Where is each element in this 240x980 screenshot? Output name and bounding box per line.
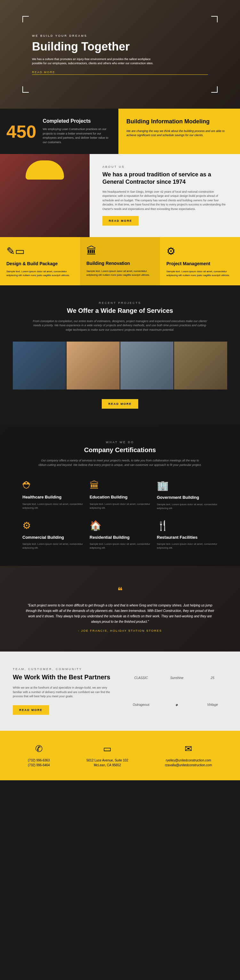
gallery-image[interactable] bbox=[67, 342, 120, 390]
cert-title: Education Building bbox=[90, 495, 150, 500]
gallery-image[interactable] bbox=[120, 342, 173, 390]
cert-item: 🏢Government BuildingSample text. Lorem i… bbox=[157, 480, 218, 510]
stats-section: 450 Completed Projects We employing Lean… bbox=[0, 109, 240, 154]
projects-title: We Offer a Wide Range of Services bbox=[13, 307, 227, 314]
cert-title: Residential Building bbox=[90, 535, 150, 540]
partners-title: We Work With the Best Partners bbox=[13, 673, 114, 681]
hero-read-more-button[interactable]: READ MORE bbox=[32, 71, 208, 75]
contact-email: ✉ ryelley@unitedconstruction.com rzavall… bbox=[165, 743, 212, 767]
partners-description: While we are at the forefront of and spe… bbox=[13, 686, 114, 699]
stats-title: Completed Projects bbox=[43, 118, 112, 124]
address-line: McLean, CA 95652 bbox=[86, 763, 128, 767]
projects-description: From conception to completion, our entir… bbox=[32, 319, 208, 332]
email-address: rzavalla@unitedconstruction.com bbox=[165, 763, 212, 767]
about-eyebrow: ABOUT US bbox=[102, 165, 227, 169]
cert-desc: Sample text. Lorem ipsum dolor sit amet,… bbox=[90, 502, 150, 510]
certs-description: Our company offers a variety of services… bbox=[37, 458, 203, 467]
cert-desc: Sample text. Lorem ipsum dolor sit amet,… bbox=[22, 502, 83, 510]
cert-title: Commercial Building bbox=[22, 535, 83, 540]
partners-eyebrow: TEAM, CUSTOMER, COMMUNITY bbox=[13, 668, 114, 671]
projects-read-more-button[interactable]: READ MORE bbox=[102, 399, 138, 409]
about-section: ABOUT US We has a proud tradition of ser… bbox=[0, 154, 240, 237]
projects-eyebrow: RECENT PROJECTS bbox=[13, 301, 227, 304]
cert-desc: Sample text. Lorem ipsum dolor sit amet,… bbox=[157, 542, 218, 550]
about-title: We has a proud tradition of service as a… bbox=[102, 171, 227, 186]
stats-box: 450 Completed Projects We employing Lean… bbox=[0, 109, 118, 154]
certs-eyebrow: WHAT WE DO bbox=[13, 441, 227, 444]
partner-logo: ◆ bbox=[162, 703, 192, 706]
corner-decoration bbox=[211, 86, 218, 93]
partner-logo: CLASSIC bbox=[126, 676, 156, 679]
about-image bbox=[0, 154, 90, 237]
building-icon: 🏛 bbox=[86, 245, 154, 257]
gallery-image[interactable] bbox=[13, 342, 66, 390]
hero-eyebrow: WE BUILD YOUR DREAMS bbox=[32, 34, 208, 37]
service-card: 🏛 Building Renovation Sample text. Lorem… bbox=[80, 237, 160, 285]
about-description: We headquartered in San Diego, brings ov… bbox=[102, 190, 227, 212]
partner-logo: Sunshine bbox=[162, 676, 192, 679]
partners-read-more-button[interactable]: READ MORE bbox=[13, 705, 49, 715]
gallery-image[interactable] bbox=[174, 342, 227, 390]
testimonial-quote: "Each project seems to be more difficult… bbox=[26, 603, 214, 624]
location-icon: ▭ bbox=[86, 743, 128, 754]
info-description: We are changing the way we think about t… bbox=[126, 129, 232, 138]
cert-item: ⛑Healthcare BuildingSample text. Lorem i… bbox=[22, 480, 83, 510]
government-icon: 🏢 bbox=[157, 480, 218, 491]
phone-number: (732) 996-6363 bbox=[28, 758, 50, 763]
phone-icon: ✆ bbox=[28, 743, 50, 754]
crane-icon: ⚙ bbox=[166, 245, 234, 257]
cert-title: Healthcare Building bbox=[22, 495, 83, 500]
education-icon: 🏛 bbox=[90, 480, 150, 491]
quote-icon: ❝ bbox=[26, 585, 214, 596]
testimonial-section: ❝ "Each project seems to be more difficu… bbox=[0, 566, 240, 652]
address-line: 5012 Luce Avenue, Suite 102 bbox=[86, 758, 128, 763]
hero-description: We has a culture that promotes an injury… bbox=[32, 57, 154, 66]
service-desc: Sample text. Lorem ipsum dolor sit amet,… bbox=[166, 270, 234, 277]
partners-section: TEAM, CUSTOMER, COMMUNITY We Work With t… bbox=[0, 652, 240, 731]
service-title: Design & Build Package bbox=[6, 261, 74, 266]
service-desc: Sample text. Lorem ipsum dolor sit amet,… bbox=[86, 269, 154, 277]
cert-title: Restaurant Facilities bbox=[157, 535, 218, 540]
partner-logo: 25 bbox=[198, 676, 227, 679]
services-section: ✎▭ Design & Build Package Sample text. L… bbox=[0, 237, 240, 285]
service-title: Project Management bbox=[166, 261, 234, 266]
commercial-icon: ⚙ bbox=[22, 520, 83, 531]
cert-desc: Sample text. Lorem ipsum dolor sit amet,… bbox=[22, 542, 83, 550]
info-title: Building Information Modeling bbox=[126, 118, 232, 125]
stats-number: 450 bbox=[6, 121, 36, 142]
cert-item: 🏛Education BuildingSample text. Lorem ip… bbox=[90, 480, 150, 510]
phone-number: (732) 996-6464 bbox=[28, 763, 50, 767]
design-icon: ✎▭ bbox=[6, 245, 74, 257]
hero-title: Building Together bbox=[32, 40, 208, 53]
corner-decoration bbox=[22, 86, 29, 93]
restaurant-icon: 🍴 bbox=[157, 520, 218, 531]
cert-desc: Sample text. Lorem ipsum dolor sit amet,… bbox=[90, 542, 150, 550]
cert-desc: Sample text. Lorem ipsum dolor sit amet,… bbox=[157, 503, 218, 510]
stats-description: We employing Lean Construction practices… bbox=[43, 127, 112, 145]
certifications-section: WHAT WE DO Company Certifications Our co… bbox=[0, 425, 240, 566]
partner-logo: Vintage bbox=[198, 703, 227, 706]
service-title: Building Renovation bbox=[86, 261, 154, 266]
gallery bbox=[13, 342, 227, 390]
residential-icon: 🏠 bbox=[90, 520, 150, 531]
corner-decoration bbox=[22, 16, 29, 22]
certs-title: Company Certifications bbox=[13, 446, 227, 454]
contact-address: ▭ 5012 Luce Avenue, Suite 102 McLean, CA… bbox=[86, 743, 128, 767]
cert-title: Government Building bbox=[157, 495, 218, 500]
projects-section: RECENT PROJECTS We Offer a Wide Range of… bbox=[0, 285, 240, 425]
cert-item: 🏠Residential BuildingSample text. Lorem … bbox=[90, 520, 150, 550]
contact-section: ✆ (732) 996-6363 (732) 996-6464 ▭ 5012 L… bbox=[0, 731, 240, 780]
service-card: ✎▭ Design & Build Package Sample text. L… bbox=[0, 237, 80, 285]
partner-logo: Outrageous bbox=[126, 703, 156, 706]
service-card: ⚙ Project Management Sample text. Lorem … bbox=[160, 237, 240, 285]
cert-item: ⚙Commercial BuildingSample text. Lorem i… bbox=[22, 520, 83, 550]
contact-phone: ✆ (732) 996-6363 (732) 996-6464 bbox=[28, 743, 50, 767]
cert-item: 🍴Restaurant FacilitiesSample text. Lorem… bbox=[157, 520, 218, 550]
healthcare-icon: ⛑ bbox=[22, 480, 83, 491]
info-box: Building Information Modeling We are cha… bbox=[118, 109, 240, 154]
email-icon: ✉ bbox=[165, 743, 212, 754]
about-read-more-button[interactable]: READ MORE bbox=[102, 216, 139, 226]
service-desc: Sample text. Lorem ipsum dolor sit amet,… bbox=[6, 270, 74, 277]
testimonial-author: - JOE FRANCIS, HOLIDAY STATION STORES bbox=[26, 629, 214, 632]
email-address: ryelley@unitedconstruction.com bbox=[165, 758, 212, 763]
